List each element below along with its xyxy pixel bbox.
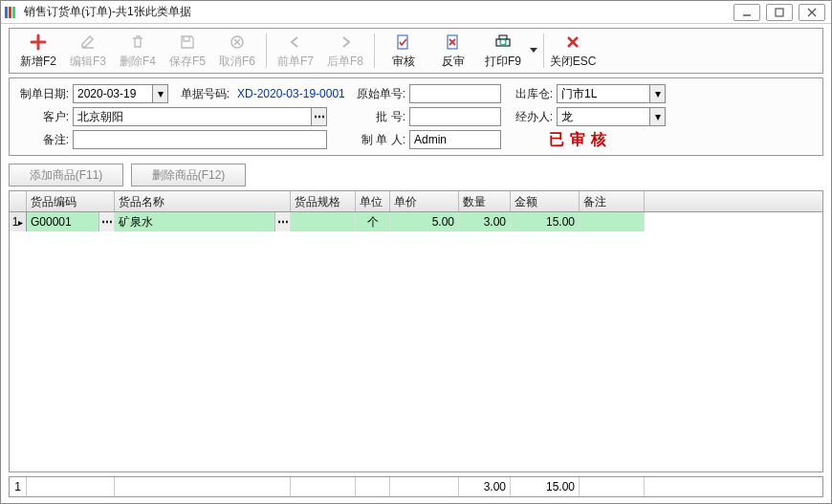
grid-header: 货品编码 货品名称 货品规格 单位 单价 数量 金额 备注 xyxy=(10,191,822,212)
col-amount[interactable]: 金额 xyxy=(511,191,580,211)
toolbar: 新增F2 编辑F3 删除F4 保存F5 取消F6 前单F7 后单F8 xyxy=(9,28,823,74)
col-name[interactable]: 货品名称 xyxy=(115,191,291,211)
docno-label: 单据号码: xyxy=(174,86,233,102)
chevron-down-icon: ▾ xyxy=(649,108,665,125)
cell-amount[interactable]: 15.00 xyxy=(511,212,580,231)
save-icon xyxy=(178,33,197,52)
print-button[interactable]: 打印F9 xyxy=(478,31,528,71)
delete-item-button[interactable]: 删除商品(F12) xyxy=(131,164,246,186)
close-page-button[interactable]: 关闭ESC xyxy=(548,31,598,71)
audit-button[interactable]: 审核 xyxy=(379,31,428,71)
arrow-left-icon xyxy=(286,33,305,52)
warehouse-select[interactable]: 门市1L ▾ xyxy=(557,84,666,103)
customer-input[interactable]: 北京朝阳 ⋯ xyxy=(73,107,327,126)
cell-spec[interactable] xyxy=(291,212,356,231)
batch-input[interactable] xyxy=(409,107,501,126)
chevron-down-icon: ▾ xyxy=(152,85,167,102)
check-doc-icon xyxy=(394,33,413,52)
cell-price[interactable]: 5.00 xyxy=(390,212,459,231)
svg-rect-1 xyxy=(776,9,783,16)
col-price[interactable]: 单价 xyxy=(390,191,459,211)
row-indicator: 1▸ xyxy=(10,212,27,231)
prev-doc-button[interactable]: 前单F7 xyxy=(271,31,320,71)
status-stamp: 已审核 xyxy=(501,130,612,150)
ellipsis-icon[interactable]: ⋯ xyxy=(99,212,114,231)
footer-qty: 3.00 xyxy=(459,477,511,496)
unaudit-button[interactable]: 反审 xyxy=(428,31,478,71)
plus-icon xyxy=(29,33,48,52)
print-icon xyxy=(493,33,513,52)
edit-button[interactable]: 编辑F3 xyxy=(63,31,113,71)
footer-amount: 15.00 xyxy=(511,477,580,496)
sales-order-window: 销售订货单(订单)-共1张此类单据 新增F2 编辑F3 删除F4 保存F5 取消… xyxy=(0,0,832,504)
remark-input[interactable] xyxy=(73,130,327,149)
cell-remark[interactable] xyxy=(580,212,645,231)
date-input[interactable]: 2020-03-19 ▾ xyxy=(73,84,168,103)
cancel-icon xyxy=(228,33,247,52)
footer-totals: 1 3.00 15.00 xyxy=(9,476,823,497)
chevron-down-icon: ▾ xyxy=(649,85,665,102)
maximize-button[interactable] xyxy=(766,4,793,21)
add-item-button[interactable]: 添加商品(F11) xyxy=(9,164,123,186)
app-icon xyxy=(5,6,20,19)
origdoc-input[interactable] xyxy=(409,84,501,103)
close-button[interactable] xyxy=(799,4,825,21)
remark-label: 备注: xyxy=(17,132,73,148)
titlebar: 销售订货单(订单)-共1张此类单据 xyxy=(1,1,831,24)
ellipsis-icon[interactable]: ⋯ xyxy=(274,212,290,231)
col-qty[interactable]: 数量 xyxy=(459,191,511,211)
delete-button[interactable]: 删除F4 xyxy=(113,31,163,71)
arrow-right-icon xyxy=(336,33,355,52)
col-unit[interactable]: 单位 xyxy=(356,191,390,211)
cell-name[interactable]: 矿泉水 ⋯ xyxy=(115,212,291,231)
creator-value: Admin xyxy=(409,130,501,149)
date-label: 制单日期: xyxy=(17,86,73,102)
docno-value: XD-2020-03-19-0001 xyxy=(233,84,354,103)
footer-index: 1 xyxy=(10,477,27,496)
customer-label: 客户: xyxy=(17,109,73,125)
creator-label: 制 单 人: xyxy=(327,132,409,148)
print-dropdown[interactable] xyxy=(528,47,539,55)
window-title: 销售订货单(订单)-共1张此类单据 xyxy=(24,4,733,20)
minimize-button[interactable] xyxy=(733,4,760,21)
cell-code[interactable]: G00001 ⋯ xyxy=(27,212,115,231)
col-remark[interactable]: 备注 xyxy=(580,191,645,211)
trash-icon xyxy=(128,33,147,52)
table-row[interactable]: 1▸ G00001 ⋯ 矿泉水 ⋯ 个 5.00 3.00 15.00 xyxy=(10,212,822,231)
batch-label: 批 号: xyxy=(327,109,409,125)
items-grid: 货品编码 货品名称 货品规格 单位 单价 数量 金额 备注 1▸ G00001 … xyxy=(9,190,823,472)
ellipsis-icon[interactable]: ⋯ xyxy=(311,108,326,125)
close-x-icon xyxy=(563,33,582,52)
form-area: 制单日期: 2020-03-19 ▾ 单据号码: XD-2020-03-19-0… xyxy=(9,77,823,156)
edit-icon xyxy=(78,33,98,52)
save-button[interactable]: 保存F5 xyxy=(163,31,212,71)
col-code[interactable]: 货品编码 xyxy=(27,191,115,211)
uncheck-doc-icon xyxy=(444,33,463,52)
handler-label: 经办人: xyxy=(507,109,557,125)
svg-rect-7 xyxy=(398,35,407,49)
new-button[interactable]: 新增F2 xyxy=(13,31,63,71)
cell-qty[interactable]: 3.00 xyxy=(459,212,511,231)
handler-select[interactable]: 龙 ▾ xyxy=(557,107,666,126)
item-buttons-row: 添加商品(F11) 删除商品(F12) xyxy=(9,164,823,186)
warehouse-label: 出库仓: xyxy=(507,86,557,102)
origdoc-label: 原始单号: xyxy=(354,86,409,102)
col-spec[interactable]: 货品规格 xyxy=(291,191,356,211)
next-doc-button[interactable]: 后单F8 xyxy=(320,31,370,71)
grid-body[interactable]: 1▸ G00001 ⋯ 矿泉水 ⋯ 个 5.00 3.00 15.00 xyxy=(10,212,822,471)
cancel-button[interactable]: 取消F6 xyxy=(212,31,262,71)
cell-unit[interactable]: 个 xyxy=(356,212,390,231)
